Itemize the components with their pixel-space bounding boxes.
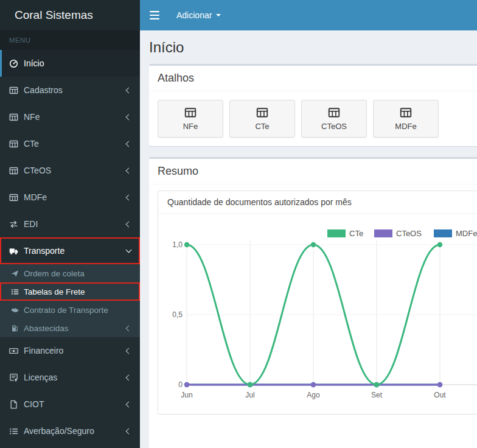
y-tick-label: 0 — [178, 380, 183, 389]
sidebar-link-financeiro[interactable]: Financeiro — [0, 337, 140, 364]
legend-swatch — [374, 229, 392, 237]
file-icon — [9, 400, 24, 409]
table-icon — [9, 166, 24, 175]
data-point — [437, 382, 442, 387]
sidebar: Coral Sistemas MENU InícioCadastrosNFeCT… — [0, 0, 140, 448]
shortcut-mdfe-button[interactable]: MDFe — [373, 100, 439, 138]
sidebar-link-ciot[interactable]: CIOT — [0, 391, 140, 418]
brand[interactable]: Coral Sistemas — [0, 0, 140, 30]
sidebar-item-mdfe: MDFe — [0, 184, 140, 211]
sidebar-link-cte[interactable]: CTe — [0, 130, 140, 157]
sidebar-link-tabelas-de-frete[interactable]: Tabelas de Frete — [0, 282, 140, 301]
adicionar-label: Adicionar — [176, 10, 212, 20]
shortcut-cteos-button[interactable]: CTeOS — [301, 100, 367, 138]
resumo-box-body: Quantidade de documentos autorizados por… — [149, 184, 477, 421]
legend-item-cteos[interactable]: CTeOS — [374, 229, 422, 238]
data-point — [437, 242, 442, 247]
sidebar-toggle-button[interactable] — [140, 0, 169, 30]
sidebar-item-label: Início — [24, 58, 44, 68]
sidebar-item-label: NFe — [24, 112, 40, 122]
table-icon — [9, 86, 24, 95]
legend-label: CTeOS — [396, 229, 422, 238]
brand-label: Coral Sistemas — [15, 9, 93, 22]
content-area: Início Atalhos NFeCTeCTeOSMDFe Resumo Qu… — [140, 30, 477, 448]
sidebar-item-label: CIOT — [24, 399, 44, 409]
sidebar-item-cteos: CTeOS — [0, 157, 140, 184]
table-icon — [400, 107, 412, 119]
legend-item-mdfe[interactable]: MDFe — [434, 229, 477, 238]
sidebar-item-inicio: Início — [0, 50, 140, 77]
resumo-box-header: Resumo — [149, 159, 477, 184]
sidebar-item-averbacao-seguro: Averbação/Seguro — [0, 418, 140, 444]
shortcut-label: CTeOS — [321, 122, 347, 131]
list-icon — [9, 427, 24, 436]
chevron-left-icon — [126, 221, 132, 227]
sidebar-item-contrato-de-transporte: Contrato de Transporte — [0, 301, 140, 319]
money-icon — [9, 346, 24, 355]
legend-label: MDFe — [456, 229, 477, 238]
sidebar-link-transporte[interactable]: Transporte — [0, 237, 140, 264]
sidebar-item-cte: CTe — [0, 130, 140, 157]
sidebar-link-abastecidas[interactable]: Abastecidas — [0, 319, 140, 337]
chevron-left-icon — [126, 141, 132, 147]
sidebar-link-mdfe[interactable]: MDFe — [0, 184, 140, 211]
resumo-box: Resumo Quantidade de documentos autoriza… — [149, 157, 477, 448]
shortcut-label: CTe — [255, 122, 269, 131]
x-tick-label: Out — [434, 391, 446, 399]
sidebar-item-label: Abastecidas — [24, 324, 69, 333]
data-point — [248, 382, 252, 387]
sidebar-link-cadastros[interactable]: Cadastros — [0, 77, 140, 103]
chevron-left-icon — [126, 348, 132, 354]
adicionar-dropdown[interactable]: Adicionar — [169, 0, 228, 30]
legend-swatch — [327, 229, 346, 237]
sidebar-link-edi[interactable]: EDI — [0, 211, 140, 237]
sidebar-item-label: Ordem de coleta — [24, 269, 85, 278]
caret-down-icon — [216, 14, 221, 16]
shortcut-label: MDFe — [395, 122, 416, 131]
table-icon — [9, 113, 24, 122]
page-title: Início — [149, 39, 477, 56]
sidebar-item-licencas: Licenças — [0, 364, 140, 391]
sidebar-link-licencas[interactable]: Licenças — [0, 364, 140, 391]
topbar: Adicionar — [140, 0, 477, 30]
chevron-left-icon — [126, 428, 132, 434]
sidebar-link-contrato-de-transporte[interactable]: Contrato de Transporte — [0, 301, 140, 319]
shortcut-cte-button[interactable]: CTe — [229, 100, 295, 138]
table-icon — [184, 107, 197, 119]
sidebar-item-label: Contrato de Transporte — [24, 306, 108, 315]
series-cteos — [184, 382, 442, 387]
x-tick-label: Ago — [307, 391, 320, 399]
sidebar-item-label: Cadastros — [24, 85, 63, 95]
exchange-icon — [9, 220, 24, 229]
legend-label: CTe — [349, 229, 363, 238]
legend-item-cte[interactable]: CTe — [327, 229, 363, 238]
sidebar-link-inicio[interactable]: Início — [0, 50, 140, 77]
chevron-down-icon — [126, 247, 132, 253]
sidebar-link-nfe[interactable]: NFe — [0, 103, 140, 130]
chevron-left-icon — [126, 374, 132, 380]
table-icon — [9, 139, 24, 149]
sidebar-item-label: EDI — [24, 219, 38, 229]
data-point — [184, 382, 189, 387]
chevron-left-icon — [126, 114, 132, 120]
sidebar-item-abastecidas: Abastecidas — [0, 319, 140, 337]
chart-panel: Quantidade de documentos autorizados por… — [158, 191, 477, 415]
x-tick-label: Jun — [181, 391, 192, 399]
atalhos-box-title: Atalhos — [158, 72, 194, 84]
pump-icon — [11, 324, 24, 332]
sidebar-link-ordem-de-coleta[interactable]: Ordem de coleta — [0, 264, 140, 282]
sidebar-link-cteos[interactable]: CTeOS — [0, 157, 140, 184]
sidebar-item-financeiro: Financeiro — [0, 337, 140, 364]
sidebar-item-label: Licenças — [24, 373, 57, 382]
sidebar-item-cadastros: Cadastros — [0, 77, 140, 103]
list-icon — [11, 288, 24, 296]
table-icon — [328, 107, 340, 119]
sidebar-item-label: Transporte — [24, 246, 64, 256]
sidebar-item-label: MDFe — [24, 192, 47, 202]
sidebar-item-edi: EDI — [0, 211, 140, 237]
chart-title: Quantidade de documentos autorizados por… — [158, 191, 477, 214]
submenu-transporte: Ordem de coletaTabelas de FreteContrato … — [0, 264, 140, 337]
sidebar-menu: InícioCadastrosNFeCTeCTeOSMDFeEDITranspo… — [0, 50, 140, 444]
sidebar-link-averbacao-seguro[interactable]: Averbação/Seguro — [0, 418, 140, 444]
shortcut-nfe-button[interactable]: NFe — [158, 100, 223, 138]
